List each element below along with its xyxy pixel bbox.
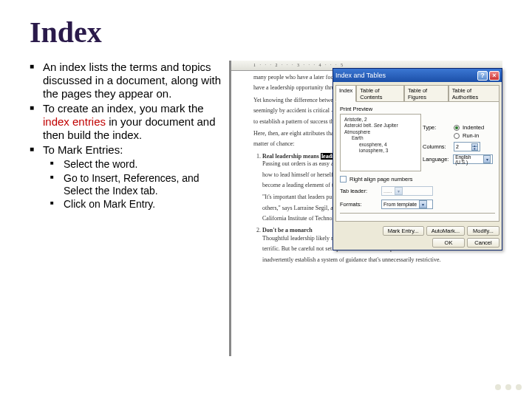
doc-line: inadvertently establish a system of guid… [262,256,488,264]
dialog-tabs: Index Table of Contents Table of Figures… [333,82,502,101]
screenshot-column: many people who have a later focus on ge… [229,61,502,356]
tab-toa[interactable]: Table of Authorities [449,85,499,102]
bullet-text-column: An index lists the terms and topics disc… [30,61,222,356]
close-button[interactable]: × [489,71,499,81]
preview-line: Asteroid belt. See Jupiter [344,123,417,129]
right-align-label: Right align page numbers [349,176,412,183]
formats-combo[interactable]: From template ▾ [381,200,433,209]
radio-runin[interactable] [454,133,460,139]
mark-entry-button[interactable]: Mark Entry... [383,226,424,236]
tab-leader-label: Tab leader: [340,188,377,194]
type-label: Type: [423,124,451,131]
tab-leader-combo[interactable]: ...... ▾ [381,186,433,196]
preview-line: Atmosphere [344,129,417,135]
preview-line: Earth [352,135,417,141]
bullet-3: To Mark Entries: Select the word. Go to … [30,143,222,211]
sub-bullet-2: Go to Insert, References, and Select the… [50,172,222,197]
bullet-1: An index lists the terms and topics disc… [30,61,222,100]
bullet-2-highlight: index entries [43,115,106,128]
tab-tof[interactable]: Table of Figures [404,85,449,102]
slide-decor-dots [495,384,522,390]
right-align-checkbox[interactable] [340,176,347,183]
help-button[interactable]: ? [477,71,488,81]
dropdown-arrow-icon: ▾ [483,155,491,163]
cancel-button[interactable]: Cancel [467,238,499,248]
ok-button[interactable]: OK [432,238,465,248]
separator-line [340,213,495,214]
tab-index[interactable]: Index [335,85,356,102]
sub-bullet-3: Click on Mark Entry. [50,198,222,211]
bullet-3-label: To Mark Entries: [43,143,123,156]
dropdown-arrow-icon: ▾ [395,187,403,195]
preview-line: Aristotle, 2 [344,117,417,123]
bullet-2-pre: To create an index, you mark the [43,102,204,115]
radio-runin-label: Run-in [463,132,479,139]
language-value: English (U.S.) [455,154,481,165]
doc-li2-title: Don't be a monarch [262,227,313,233]
language-label: Language: [423,156,450,163]
tab-toc[interactable]: Table of Contents [356,85,404,102]
preview-line: ionosphere, 3 [359,148,417,154]
automark-button[interactable]: AutoMark... [426,226,465,236]
modify-button[interactable]: Modify... [467,226,499,236]
columns-value: 2 [456,144,459,149]
slide-title: Index [30,15,502,50]
doc-li1-pre: Real leadership means [262,153,321,160]
dialog-title-text: Index and Tables [335,72,386,79]
formats-value: From template [383,202,417,207]
preview-line: exosphere, 4 [359,142,417,148]
print-preview-label: Print Preview [340,106,495,112]
dropdown-arrow-icon: ▾ [419,200,427,208]
formats-label: Formats: [340,201,377,208]
columns-label: Columns: [423,143,451,150]
sub-bullet-1: Select the word. [50,158,222,171]
tab-leader-value: ...... [383,188,392,194]
index-and-tables-dialog: Index and Tables ? × Index Table of Cont… [332,68,502,250]
radio-indented-label: Indented [463,124,484,131]
bullet-2: To create an index, you mark the index e… [30,102,222,142]
print-preview-box: Aristotle, 2 Asteroid belt. See Jupiter … [340,114,421,171]
radio-indented[interactable] [454,125,460,131]
dialog-titlebar[interactable]: Index and Tables ? × [333,69,502,82]
columns-spinner[interactable]: 2 ▴ ▾ [454,142,480,151]
language-combo[interactable]: English (U.S.) ▾ [453,154,493,164]
